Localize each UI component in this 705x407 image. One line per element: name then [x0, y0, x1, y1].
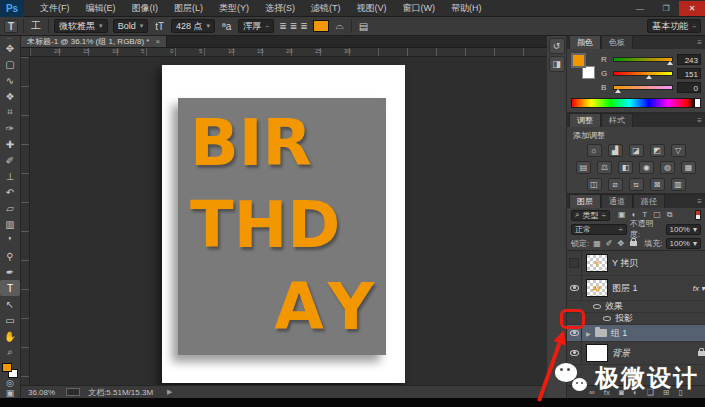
adjustment-icon[interactable]: ☼ [587, 144, 602, 157]
document-tab[interactable]: 未标题-1 @ 36.1% (组 1, RGB/8) * × [21, 36, 167, 47]
menu-item[interactable]: 窗口(W) [395, 0, 444, 17]
slider-thumb[interactable] [615, 89, 621, 93]
adjustment-icon[interactable]: ⧅ [629, 178, 644, 191]
layer-row-layer1[interactable]: AY 图层 1 fx▾ [567, 276, 705, 301]
clone-stamp-tool[interactable]: ⊥ [0, 168, 20, 184]
quick-mask-icon[interactable]: ◎ [6, 378, 14, 388]
menu-item[interactable]: 滤镜(T) [303, 0, 349, 17]
layer-row-group1-selected[interactable]: ▶ 组 1 [567, 325, 705, 342]
tab-color[interactable]: 颜色 [569, 35, 601, 49]
foreground-color-swatch[interactable] [571, 53, 586, 68]
green-slider[interactable] [613, 71, 673, 76]
rectangle-tool[interactable]: ▭ [0, 312, 20, 328]
effects-row[interactable]: 效果 [567, 301, 705, 313]
gradient-tool[interactable]: ▥ [0, 216, 20, 232]
align-right-icon[interactable]: ≣ [300, 21, 308, 31]
history-panel-icon[interactable]: ↺ [549, 38, 565, 54]
lock-all-icon[interactable] [630, 241, 637, 246]
adjustment-icon[interactable]: ▽ [671, 144, 686, 157]
adjustment-icon[interactable]: ▤ [576, 161, 591, 174]
visibility-eye-icon[interactable] [593, 304, 601, 309]
toggle-panels-icon[interactable]: ▤ [357, 21, 370, 32]
type-tool-preset-icon[interactable]: T [4, 20, 18, 33]
fx-collapse-caret-icon[interactable]: ▾ [701, 284, 705, 293]
visibility-eye-icon[interactable] [570, 330, 579, 336]
menu-item[interactable]: 选择(S) [257, 0, 303, 17]
menu-item[interactable]: 文件(F) [32, 0, 78, 17]
slider-thumb[interactable] [667, 61, 673, 65]
status-menu-arrow-icon[interactable]: ▶ [167, 388, 172, 396]
quick-selection-tool[interactable]: ❖ [0, 88, 20, 104]
blur-tool[interactable]: ❜ [0, 232, 20, 248]
fill-input[interactable]: 100% ▾ [666, 238, 701, 249]
color-swatch-pair[interactable] [571, 53, 595, 79]
layer-name[interactable]: 图层 1 [612, 282, 638, 295]
brush-tool[interactable]: ✐ [0, 152, 20, 168]
tab-paths[interactable]: 路径 [633, 194, 665, 208]
marquee-tool[interactable]: ▢ [0, 56, 20, 72]
font-style-select[interactable]: Bold▾ [113, 19, 149, 33]
adjustment-icon[interactable]: ◍ [660, 161, 675, 174]
slider-thumb[interactable] [646, 75, 652, 79]
green-value[interactable]: 151 [677, 68, 701, 79]
eyedropper-tool[interactable]: ✑ [0, 120, 20, 136]
canvas-area[interactable]: 05101520253035404550 BIR THD AY [21, 57, 547, 385]
properties-panel-icon[interactable]: ◨ [549, 56, 565, 72]
menu-item[interactable]: 视图(V) [349, 0, 395, 17]
layer-fx-badge[interactable]: fx▾ [693, 284, 705, 293]
text-color-swatch[interactable] [313, 20, 329, 32]
drop-shadow-row[interactable]: 投影 [567, 313, 705, 325]
eraser-tool[interactable]: ▱ [0, 200, 20, 216]
visibility-eye-icon[interactable] [570, 350, 579, 356]
layer-row-y-copy[interactable]: Y Y 拷贝 [567, 251, 705, 276]
crop-tool[interactable]: ⌗ [0, 104, 20, 120]
font-family-select[interactable]: 微软雅黑▾ [54, 19, 108, 33]
maximize-button[interactable]: ❐ [653, 1, 679, 16]
adjustment-icon[interactable]: ◉ [639, 161, 654, 174]
font-size-select[interactable]: 428 点▾ [171, 19, 215, 33]
adjustment-icon[interactable]: ▥ [671, 178, 686, 191]
lasso-tool[interactable]: ∿ [0, 72, 20, 88]
align-left-icon[interactable]: ≣ [279, 21, 287, 31]
menu-item[interactable]: 图像(I) [124, 0, 167, 17]
tab-swatches[interactable]: 色板 [601, 35, 633, 49]
group-expand-triangle-icon[interactable]: ▶ [586, 330, 591, 337]
menu-item[interactable]: 类型(Y) [211, 0, 257, 17]
color-spectrum-ramp[interactable] [571, 98, 701, 108]
healing-brush-tool[interactable]: ✚ [0, 136, 20, 152]
visibility-toggle-hidden[interactable] [569, 258, 579, 268]
lock-move-icon[interactable]: ✥ [617, 239, 626, 248]
layer-thumbnail[interactable]: Y [586, 254, 608, 272]
visibility-eye-icon[interactable] [603, 316, 611, 321]
layer-thumbnail[interactable] [586, 344, 608, 362]
menu-item[interactable]: 图层(L) [166, 0, 211, 17]
poster-card[interactable]: BIR THD AY [178, 98, 386, 355]
red-slider[interactable] [613, 57, 673, 62]
adjustment-icon[interactable]: ▦ [681, 161, 696, 174]
tab-close-icon[interactable]: × [155, 37, 160, 46]
panel-menu-icon[interactable]: ≡ [697, 197, 702, 206]
adjustment-icon[interactable]: ◧ [618, 161, 633, 174]
adjustment-icon[interactable]: ◪ [629, 144, 644, 157]
blend-mode-select[interactable]: 正常 ÷ [571, 224, 627, 235]
menu-item[interactable]: 帮助(H) [443, 0, 490, 17]
layer-name[interactable]: Y 拷贝 [612, 257, 638, 270]
adjustment-icon[interactable]: ⚖ [597, 161, 612, 174]
pen-tool[interactable]: ✒ [0, 264, 20, 280]
align-center-icon[interactable]: ≣ [290, 21, 298, 31]
adjustment-icon[interactable]: ⊠ [650, 178, 665, 191]
adjustment-icon[interactable]: ◫ [587, 178, 602, 191]
warp-text-icon[interactable]: ⌓ [334, 20, 346, 32]
layer-thumbnail[interactable]: AY [586, 279, 608, 297]
adjustment-icon[interactable]: ⧄ [608, 178, 623, 191]
visibility-eye-icon[interactable] [570, 285, 579, 291]
type-tool[interactable]: T [0, 280, 20, 296]
workspace-select[interactable]: 基本功能÷ [647, 19, 701, 33]
tab-styles[interactable]: 样式 [601, 113, 633, 127]
adjustment-icon[interactable]: ◩ [650, 144, 665, 157]
drop-shadow-label[interactable]: 投影 [615, 312, 633, 325]
tab-adjustments[interactable]: 调整 [569, 113, 601, 127]
lock-paint-icon[interactable]: ✐ [605, 239, 614, 248]
text-orientation-icon[interactable]: 工 [29, 19, 43, 33]
lock-transparency-icon[interactable]: ▦ [592, 239, 602, 248]
